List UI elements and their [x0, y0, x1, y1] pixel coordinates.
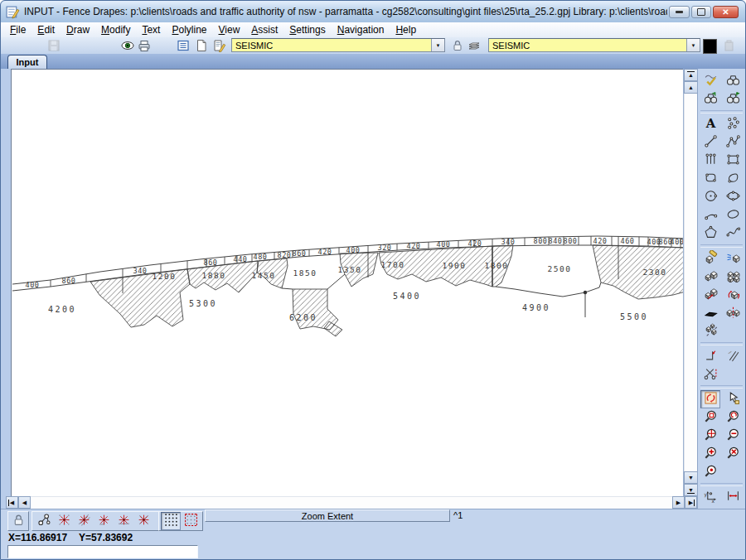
menu-item-assist[interactable]: Assist: [245, 23, 283, 36]
markup-check-button[interactable]: [700, 72, 720, 90]
snap-grid-icon: [57, 513, 71, 530]
snap-endpoint-icon: [97, 513, 111, 530]
scroll-left-icon[interactable]: ◀: [18, 496, 31, 509]
rotate-objects-button[interactable]: [723, 286, 743, 304]
scroll-top-icon[interactable]: ▲: [684, 69, 698, 81]
line-button[interactable]: [700, 133, 720, 152]
zoom-previous-button[interactable]: [723, 408, 743, 427]
scroll-right-icon[interactable]: ▶: [672, 496, 685, 509]
zoom-cancel-button[interactable]: [723, 445, 743, 463]
polygon-button[interactable]: [723, 152, 743, 170]
svg-text:A: A: [705, 116, 715, 130]
find-binoculars-button[interactable]: [723, 72, 743, 90]
split-objects-button[interactable]: [723, 304, 743, 322]
zoom-previous-icon: [726, 409, 740, 427]
menu-item-view[interactable]: View: [213, 23, 246, 36]
scroll-bottom-icon[interactable]: ▼: [684, 484, 698, 496]
ellipse-nodes-icon: [726, 189, 740, 206]
minimize-button[interactable]: [669, 6, 690, 18]
scroll-home-icon[interactable]: ◀: [6, 496, 18, 509]
menu-item-help[interactable]: Help: [390, 23, 422, 36]
multiline-icon: [704, 152, 718, 170]
chevron-down-icon[interactable]: ▼: [686, 39, 700, 51]
ellipse-button[interactable]: [723, 206, 743, 224]
tab-input[interactable]: Input: [7, 55, 47, 70]
report-table-icon[interactable]: [175, 38, 191, 53]
flatten-object-button[interactable]: [700, 304, 720, 322]
title-bar[interactable]: INPUT - Fence Drapes: p:\clients\roads a…: [1, 1, 745, 23]
points-button[interactable]: [723, 115, 743, 133]
text-button[interactable]: A: [700, 115, 720, 133]
circle-button[interactable]: [700, 188, 720, 206]
scroll-up-icon[interactable]: ▲: [684, 81, 698, 94]
horizontal-scrollbar[interactable]: ◀ ◀ ▶ ▶: [6, 496, 697, 509]
menu-item-edit[interactable]: Edit: [31, 23, 61, 36]
zoom-out-button[interactable]: [723, 427, 743, 445]
command-input[interactable]: [7, 545, 198, 558]
extend-corner-button[interactable]: [723, 347, 743, 365]
grid-dots-button[interactable]: [161, 512, 181, 530]
draw-nodes-button[interactable]: [34, 512, 54, 530]
redraw-button[interactable]: [700, 390, 720, 408]
menu-item-draw[interactable]: Draw: [61, 23, 95, 36]
menu-item-text[interactable]: Text: [136, 23, 166, 36]
trim-corner-button[interactable]: [700, 347, 720, 365]
snap-intersection-button[interactable]: [133, 512, 153, 530]
preview-eye-icon[interactable]: [119, 38, 135, 53]
move-objects-button[interactable]: [700, 286, 720, 304]
edit-document-icon[interactable]: [211, 38, 227, 53]
arc-button[interactable]: [700, 206, 720, 224]
maximize-button[interactable]: [691, 6, 711, 18]
explode-object-button[interactable]: [700, 322, 720, 340]
print-icon[interactable]: [136, 38, 152, 53]
polyline-button[interactable]: [723, 133, 743, 152]
blob-button[interactable]: [723, 170, 743, 188]
snap-midpoint-button[interactable]: [114, 512, 133, 530]
surface-velocity-label: 840: [549, 237, 563, 245]
erase-object-button[interactable]: [700, 249, 720, 268]
new-document-icon[interactable]: [193, 38, 209, 53]
zoom-center-button[interactable]: [700, 463, 720, 481]
layers-icon[interactable]: [466, 38, 482, 53]
layer-combobox[interactable]: SEISMIC ▼: [488, 38, 700, 52]
color-swatch[interactable]: [703, 39, 717, 54]
vertical-scrollbar[interactable]: ▲ ▲ ▼ ▼: [683, 69, 698, 496]
deep-velocity-label: 6200: [289, 313, 317, 322]
zoom-extent-button[interactable]: [700, 427, 720, 445]
pentagon-button[interactable]: [700, 224, 720, 243]
select-window-button[interactable]: [723, 390, 743, 408]
menu-item-polyline[interactable]: Polyline: [166, 23, 212, 36]
scroll-end-icon[interactable]: ▶: [685, 496, 697, 509]
spline-button[interactable]: [723, 224, 743, 243]
spray-object-button[interactable]: [723, 249, 743, 268]
menu-item-navigation[interactable]: Navigation: [332, 23, 390, 36]
multiline-button[interactable]: [700, 152, 720, 170]
zoom-in-button[interactable]: [700, 445, 720, 463]
copy-objects-button[interactable]: [700, 268, 720, 286]
next-binoculars-button[interactable]: [723, 90, 743, 109]
rounded-polygon-button[interactable]: [700, 170, 720, 188]
lock-objects-button[interactable]: [8, 512, 28, 530]
close-button[interactable]: ✕: [713, 6, 739, 18]
horizontal-extent-button[interactable]: [723, 488, 743, 506]
symbol-combobox[interactable]: SEISMIC ▼: [231, 38, 445, 52]
menu-item-file[interactable]: File: [4, 23, 31, 36]
scroll-down-icon[interactable]: ▼: [684, 471, 698, 484]
chevron-down-icon[interactable]: ▼: [431, 39, 444, 51]
vscroll-track[interactable]: [684, 94, 698, 471]
lock-icon[interactable]: [449, 38, 465, 53]
prev-binoculars-button[interactable]: [700, 90, 720, 109]
snap-nearest-button[interactable]: [74, 512, 94, 530]
snap-endpoint-button[interactable]: [94, 512, 114, 530]
snap-grid-button[interactable]: [54, 512, 74, 530]
array-objects-button[interactable]: [723, 268, 743, 286]
hscroll-track[interactable]: [31, 496, 672, 509]
grid-limits-button[interactable]: [181, 512, 201, 530]
ellipse-nodes-button[interactable]: [723, 188, 743, 206]
drawing-canvas[interactable]: 4008603408604404808208604204003204204004…: [11, 69, 683, 496]
zoom-window-button[interactable]: [700, 408, 720, 427]
cut-objects-button[interactable]: [700, 365, 720, 384]
xy-coordinates-button[interactable]: yx: [700, 488, 720, 506]
menu-item-settings[interactable]: Settings: [283, 23, 331, 36]
menu-item-modify[interactable]: Modify: [95, 23, 136, 36]
